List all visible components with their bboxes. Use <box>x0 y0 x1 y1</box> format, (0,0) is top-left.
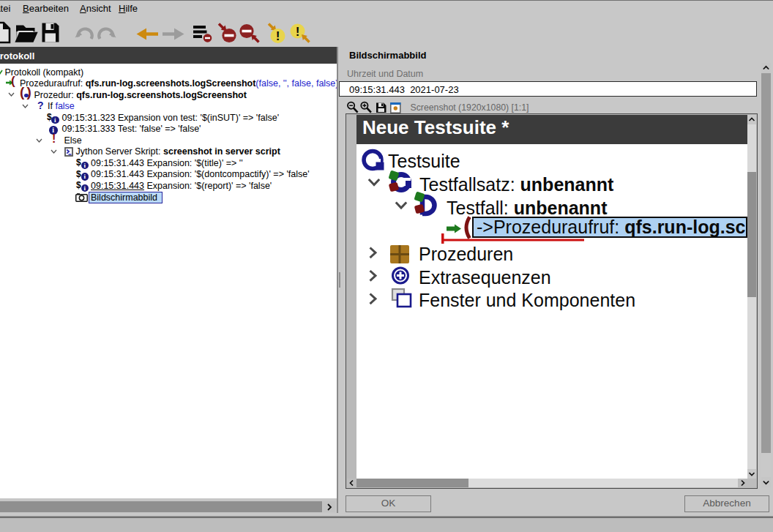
svg-text:!: ! <box>296 25 300 39</box>
svg-text:!: ! <box>276 29 280 43</box>
